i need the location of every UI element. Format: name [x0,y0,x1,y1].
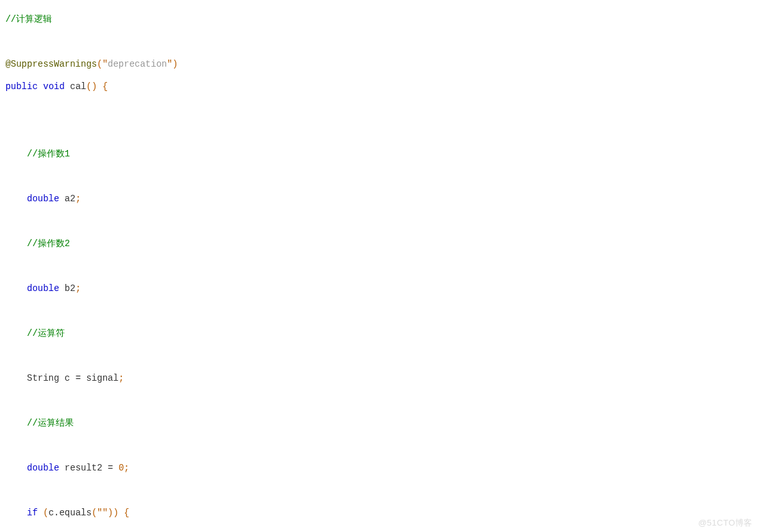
annotation: @SuppressWarnings [5,59,97,69]
code-content: //计算逻辑 @SuppressWarnings("deprecation") … [0,0,759,532]
comment: //计算逻辑 [5,14,52,24]
keyword-public: public [5,81,37,92]
watermark: @51CTO博客 [698,517,753,529]
comment: //操作数1 [27,149,70,159]
